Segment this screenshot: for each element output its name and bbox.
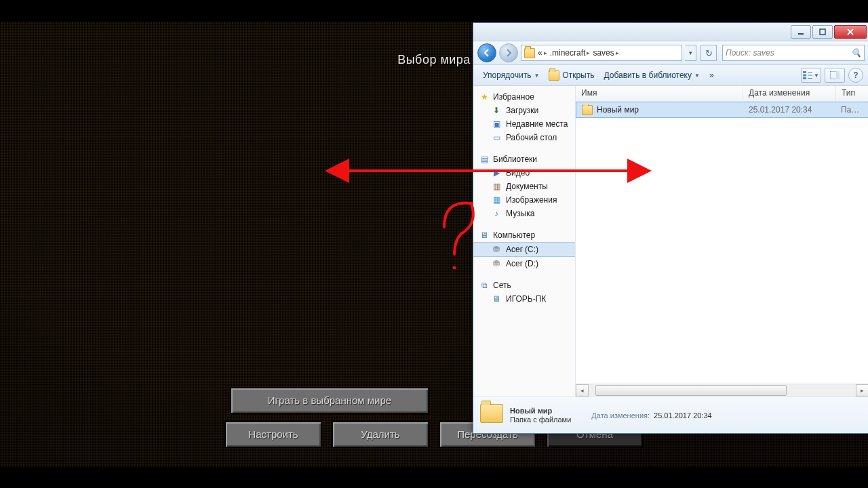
window-maximize-button[interactable] [812,25,833,39]
preview-pane-button[interactable] [825,68,845,83]
video-icon: ▶ [491,167,502,178]
star-icon: ★ [479,92,490,102]
svg-rect-4 [803,77,806,79]
svg-rect-2 [803,71,806,73]
toolbar-overflow[interactable]: » [705,68,718,82]
drive-icon: ⛃ [491,244,502,255]
svg-rect-5 [808,72,812,73]
scroll-right-button[interactable]: ▸ [856,384,868,396]
add-to-library-menu[interactable]: Добавить в библиотеку▼ [599,68,703,82]
folder-icon [480,404,503,427]
nav-music[interactable]: ♪Музыка [473,207,575,220]
col-date[interactable]: Дата изменения [743,86,836,101]
col-type[interactable]: Тип [836,86,868,101]
address-dropdown[interactable]: ▾ [685,45,696,61]
breadcrumb-seg-minecraft[interactable]: .minecraft▸ [550,48,591,58]
pc-icon: 🖥 [491,293,502,304]
pictures-icon: ▦ [491,195,502,205]
nav-favorites[interactable]: ★Избранное [473,90,575,104]
nav-forward-button[interactable] [499,43,518,62]
explorer-body: ★Избранное ⬇Загрузки ▣Недавние места ▭Ра… [473,86,868,396]
svg-rect-7 [808,78,812,79]
nav-drive-c[interactable]: ⛃Acer (C:) [473,242,575,257]
nav-video[interactable]: ▶Видео [473,166,575,180]
computer-icon: 🖥 [479,230,490,241]
nav-recent[interactable]: ▣Недавние места [473,117,575,131]
address-bar-row: «▸ .minecraft▸ saves▸ ▾ ↻ Поиск: saves 🔍 [473,41,868,65]
explorer-window[interactable]: «▸ .minecraft▸ saves▸ ▾ ↻ Поиск: saves 🔍… [473,22,868,434]
breadcrumb[interactable]: «▸ .minecraft▸ saves▸ [521,45,682,61]
nav-network-pc[interactable]: 🖥ИГОРЬ-ПК [473,292,575,306]
window-titlebar[interactable] [473,23,868,41]
folder-open-icon [549,70,559,81]
network-icon: ⧉ [479,280,490,291]
details-date: 25.01.2017 20:34 [654,411,712,420]
search-input[interactable]: Поиск: saves 🔍 [722,45,865,61]
nav-documents[interactable]: ▥Документы [473,180,575,193]
libraries-icon: ▤ [479,154,490,165]
navigation-pane[interactable]: ★Избранное ⬇Загрузки ▣Недавние места ▭Ра… [473,86,576,396]
recent-icon: ▣ [491,119,502,129]
explorer-toolbar: Упорядочить▼ Открыть Добавить в библиоте… [473,65,868,86]
scroll-thumb[interactable] [595,385,787,396]
folder-icon [582,104,593,115]
svg-rect-6 [808,75,812,76]
downloads-icon: ⬇ [491,105,502,116]
scroll-track[interactable] [589,385,856,396]
edit-world-button[interactable]: Настроить [224,421,322,448]
nav-computer[interactable]: 🖥Компьютер [473,228,575,242]
search-icon: 🔍 [851,48,861,58]
window-close-button[interactable] [834,25,867,39]
letterbox-top [0,0,868,22]
scroll-left-button[interactable]: ◂ [576,384,589,396]
nav-pictures[interactable]: ▦Изображения [473,193,575,207]
view-mode-button[interactable]: ▼ [801,68,821,83]
folder-icon [524,47,535,58]
svg-rect-3 [803,75,806,77]
open-button[interactable]: Открыть [545,68,598,83]
organize-menu[interactable]: Упорядочить▼ [479,68,543,82]
window-minimize-button[interactable] [791,25,811,39]
svg-rect-1 [820,29,825,35]
horizontal-scrollbar[interactable]: ◂ ▸ [576,384,868,396]
delete-world-button[interactable]: Удалить [332,421,429,448]
play-world-button[interactable]: Играть в выбранном мире [230,387,429,414]
documents-icon: ▥ [491,181,502,192]
breadcrumb-seg-saves[interactable]: saves▸ [593,48,618,58]
column-headers[interactable]: Имя Дата изменения Тип [576,86,868,102]
music-icon: ♪ [491,208,502,219]
help-button[interactable]: ? [848,68,863,83]
svg-rect-9 [836,71,840,79]
details-date-label: Дата изменения: [591,411,650,420]
list-item[interactable]: Новый мир 25.01.2017 20:34 Папка с ф [576,102,868,118]
details-pane: Новый мир Папка с файлами Дата изменения… [473,396,868,433]
file-list-pane: Имя Дата изменения Тип Новый мир 25.01.2… [576,86,868,396]
refresh-button[interactable]: ↻ [701,45,717,61]
nav-network[interactable]: ⧉Сеть [473,279,575,292]
desktop-icon: ▭ [491,132,502,143]
breadcrumb-root[interactable]: «▸ [538,48,547,58]
nav-drive-d[interactable]: ⛃Acer (D:) [473,257,575,270]
details-kind: Папка с файлами [510,415,571,424]
col-name[interactable]: Имя [576,86,743,101]
nav-back-button[interactable] [477,43,496,62]
letterbox-bottom [0,466,868,488]
drive-icon: ⛃ [491,258,502,269]
file-list[interactable]: Новый мир 25.01.2017 20:34 Папка с ф [576,102,868,384]
nav-downloads[interactable]: ⬇Загрузки [473,104,575,117]
details-name: Новый мир [510,407,552,415]
nav-libraries[interactable]: ▤Библиотеки [473,152,575,166]
nav-desktop[interactable]: ▭Рабочий стол [473,131,575,144]
